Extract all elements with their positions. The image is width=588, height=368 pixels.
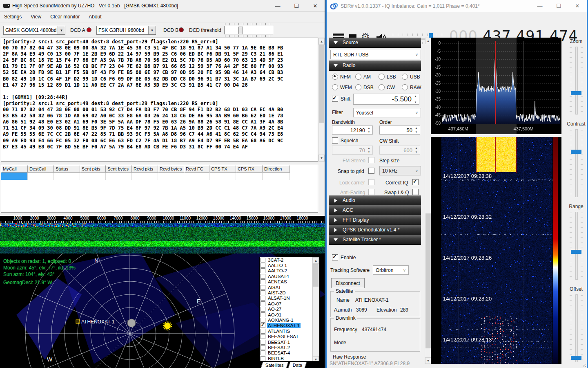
selected-cell[interactable] (1, 173, 28, 180)
table-header-cell[interactable]: CPS RX (236, 165, 263, 173)
satellite-checkbox[interactable] (261, 274, 265, 279)
satellite-list-item[interactable]: ALSAT-1N (260, 296, 319, 301)
table-header-cell[interactable]: Status (54, 165, 80, 173)
chevron-down-icon[interactable]: ▼ (148, 26, 156, 34)
table-header-cell[interactable]: Rcvd FC (184, 165, 209, 173)
swap-iq-checkbox[interactable] (412, 189, 419, 195)
soundmodem-waterfall[interactable] (0, 223, 325, 254)
resize-grip[interactable] (583, 364, 586, 367)
shift-checkbox[interactable] (332, 96, 338, 102)
table-header-cell[interactable]: Direction (263, 165, 290, 173)
radio-button[interactable] (355, 84, 361, 90)
satellite-checkbox[interactable] (261, 279, 265, 284)
satellite-list-item[interactable]: BEESAT-4 (260, 350, 319, 356)
close-button[interactable]: ✕ (568, 0, 587, 11)
threshold-slider-handle[interactable] (238, 27, 243, 34)
radio-button[interactable] (402, 84, 408, 90)
satellite-checkbox[interactable] (261, 350, 265, 355)
shift-input[interactable]: -5.500 ▲▼ (353, 94, 419, 105)
satellite-list-item[interactable]: AAUSAT4 (260, 274, 319, 279)
satellite-list-item[interactable]: AISAT (260, 285, 319, 290)
radio-button[interactable] (332, 74, 338, 80)
table-header-cell[interactable]: Rcvd bytes (158, 165, 184, 173)
source-select[interactable]: RTL-SDR / USB∨ (330, 50, 421, 59)
radio-mode-am[interactable]: AM (355, 74, 371, 80)
slider-handle[interactable] (571, 91, 581, 95)
satellite-list-item[interactable]: AIST-2D (260, 290, 319, 295)
table-header-cell[interactable]: Sent pkts (80, 165, 106, 173)
satellite-list-item[interactable]: 3CAT-2 (260, 257, 319, 263)
range-slider[interactable]: Range (566, 203, 587, 285)
satellite-checkbox[interactable] (261, 318, 265, 323)
zoom-slider[interactable]: Zoom (566, 38, 587, 120)
offset-slider[interactable]: Offset (566, 285, 587, 368)
minimize-button[interactable]: — (268, 0, 287, 11)
radio-mode-cw[interactable]: CW (379, 84, 395, 90)
maximize-button[interactable]: ☐ (549, 0, 568, 11)
radio-mode-usb[interactable]: USB (402, 74, 420, 80)
satellite-list-item[interactable]: AALTO-2 (260, 268, 319, 274)
monitor-scrollbar[interactable]: ▲ ▼ (318, 38, 325, 162)
scroll-up-arrow[interactable]: ▲ (318, 38, 325, 45)
chevron-down-icon[interactable]: ▼ (58, 26, 65, 34)
satellite-list-item[interactable]: BEEAGLESAT (260, 334, 319, 339)
section-agc[interactable]: AGC (329, 205, 421, 215)
satellite-list-item[interactable]: BEESAT-2 (260, 345, 319, 350)
radio-mode-nfm[interactable]: NFM (332, 74, 351, 80)
satellite-checkbox[interactable] (261, 263, 265, 268)
section-fft-display[interactable]: FFT Display (329, 215, 421, 225)
scroll-thumb[interactable] (319, 45, 324, 123)
scroll-down-arrow[interactable]: ▼ (425, 357, 431, 364)
scroll-thumb[interactable] (425, 213, 431, 348)
satellite-list-item[interactable]: AOXIANG-1 (260, 317, 319, 323)
satellite-checkbox[interactable] (261, 290, 265, 295)
satellite-checkbox[interactable] (261, 340, 265, 345)
radio-button[interactable] (355, 74, 361, 80)
satellite-checkbox[interactable] (261, 329, 265, 334)
minimize-button[interactable]: — (530, 0, 549, 11)
satellite-marker[interactable] (76, 320, 80, 323)
section-audio[interactable]: Audio (329, 195, 421, 206)
radio-mode-dsb[interactable]: DSB (355, 84, 374, 90)
maximize-button[interactable]: ☐ (287, 0, 306, 11)
satellite-checkbox[interactable] (261, 296, 265, 301)
satellite-checkbox[interactable] (261, 312, 265, 317)
squelch-checkbox[interactable] (332, 137, 338, 144)
satellite-list[interactable]: 3CAT-2 AALTO-1 AALTO-2 AAUSAT4 AENEAS (259, 257, 320, 363)
satellite-list-item[interactable]: AO-91 (260, 312, 319, 317)
section-satellite-tracker[interactable]: Satellite Tracker * (329, 235, 421, 245)
table-header-cell[interactable]: Rcvd pkts (132, 165, 158, 173)
slider-handle[interactable] (571, 356, 581, 360)
order-input[interactable]: 50▲▼ (379, 126, 420, 135)
sdr-waterfall[interactable] (431, 137, 561, 364)
satellite-checkbox[interactable] (261, 323, 265, 328)
satellite-list-item[interactable]: AENEAS (260, 279, 319, 285)
correct-iq-checkbox[interactable] (412, 179, 419, 185)
section-source[interactable]: Source (329, 38, 421, 48)
close-button[interactable]: ✕ (306, 0, 325, 11)
satellite-checkbox[interactable] (261, 356, 265, 361)
scroll-down-arrow[interactable]: ▼ (318, 155, 325, 161)
snap-to-grid-checkbox[interactable] (368, 168, 374, 174)
satellite-list-item[interactable]: BEESAT-1 (260, 339, 319, 345)
tab-satellites[interactable]: Satellites (261, 362, 289, 368)
satellite-checkbox[interactable] (261, 268, 265, 273)
scroll-up-arrow[interactable]: ▲ (425, 38, 431, 44)
soundmodem-titlebar[interactable]: High-Speed SoundModem by UZ7HO - Ver 0.1… (0, 0, 325, 12)
satellite-checkbox[interactable] (261, 301, 265, 306)
section-qpsk-demodulator-v1-4[interactable]: QPSK Demodulator v1.4 * (329, 225, 421, 235)
radio-mode-lsb[interactable]: LSB (379, 74, 396, 80)
sdr-titlebar[interactable]: SDR# v1.0.0.1337 - IQ Imbalance: Gain = … (327, 0, 587, 12)
satellite-list-item[interactable]: AO-07 (260, 301, 319, 306)
menu-item[interactable]: Clear monitor (50, 14, 80, 20)
satellite-list-item[interactable]: AALTO-1 (260, 263, 319, 268)
menu-item[interactable]: About (89, 14, 101, 20)
satellite-checkbox[interactable] (261, 258, 265, 263)
satellite-list-item[interactable]: ATLANTIS (260, 328, 319, 334)
menu-item[interactable]: Settings (4, 14, 22, 20)
scroll-up-arrow[interactable]: ▲ (313, 257, 319, 264)
radio-button[interactable] (402, 74, 408, 80)
radio-mode-raw[interactable]: RAW (402, 84, 421, 90)
radio-button[interactable] (379, 84, 385, 90)
table-header-cell[interactable]: DestCall (28, 165, 54, 173)
